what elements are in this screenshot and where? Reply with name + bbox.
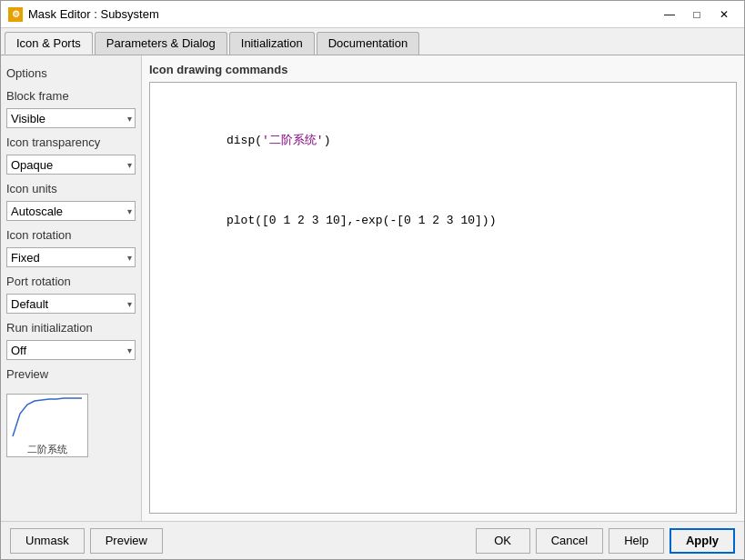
left-panel: Options Block frame Visible Invisible ▾ … xyxy=(1,55,142,521)
tab-bar: Icon & Ports Parameters & Dialog Initial… xyxy=(1,28,744,55)
icon-rotation-dropdown-wrapper: Fixed Rotates ▾ xyxy=(6,247,136,267)
main-window: ⚙ Mask Editor : Subsystem — □ ✕ Icon & P… xyxy=(0,0,745,560)
panel-title: Icon drawing commands xyxy=(149,63,737,76)
minimize-button[interactable]: — xyxy=(657,5,682,25)
bottom-right-buttons: OK Cancel Help Apply xyxy=(476,528,735,554)
window-controls: — □ ✕ xyxy=(657,5,737,25)
block-frame-dropdown-wrapper: Visible Invisible ▾ xyxy=(6,108,136,128)
icon-units-label: Icon units xyxy=(6,182,136,195)
port-rotation-label: Port rotation xyxy=(6,275,136,288)
tab-parameters-dialog[interactable]: Parameters & Dialog xyxy=(95,32,227,55)
port-rotation-dropdown[interactable]: Default Clockwise xyxy=(6,294,136,314)
preview-text-label: 二阶系统 xyxy=(27,443,67,456)
icon-transparency-dropdown[interactable]: Opaque Transparent xyxy=(6,155,136,175)
icon-rotation-dropdown[interactable]: Fixed Rotates xyxy=(6,247,136,267)
code-line-2: plot([0 1 2 3 10],-exp(-[0 1 2 3 10])) xyxy=(156,195,730,248)
run-initialization-label: Run initialization xyxy=(6,321,136,335)
run-initialization-dropdown[interactable]: Off On xyxy=(6,340,136,360)
window-title: Mask Editor : Subsystem xyxy=(28,7,657,21)
icon-rotation-label: Icon rotation xyxy=(6,228,136,242)
tab-documentation[interactable]: Documentation xyxy=(317,32,419,55)
window-icon: ⚙ xyxy=(8,7,23,22)
icon-transparency-label: Icon transparency xyxy=(6,135,136,149)
code-line-1: disp('二阶系统') xyxy=(156,114,730,167)
title-bar: ⚙ Mask Editor : Subsystem — □ ✕ xyxy=(1,1,744,28)
ok-button[interactable]: OK xyxy=(476,528,530,554)
maximize-button[interactable]: □ xyxy=(684,5,710,25)
preview-box: 二阶系统 xyxy=(6,394,88,457)
run-initialization-dropdown-wrapper: Off On ▾ xyxy=(6,340,136,360)
icon-units-dropdown-wrapper: Autoscale Normalized Pixels ▾ xyxy=(6,201,136,221)
preview-curve-svg xyxy=(11,395,84,441)
tab-initialization[interactable]: Initialization xyxy=(229,32,315,55)
preview-button[interactable]: Preview xyxy=(90,528,163,554)
apply-button[interactable]: Apply xyxy=(669,528,735,554)
preview-area: 二阶系统 xyxy=(6,394,136,514)
code-editor[interactable]: disp('二阶系统') plot([0 1 2 3 10],-exp(-[0 … xyxy=(149,82,737,514)
preview-label: Preview xyxy=(6,367,136,381)
cancel-button[interactable]: Cancel xyxy=(536,528,603,554)
bottom-left-buttons: Unmask Preview xyxy=(10,528,163,554)
tab-icon-ports[interactable]: Icon & Ports xyxy=(5,32,93,55)
options-label: Options xyxy=(6,66,136,80)
unmask-button[interactable]: Unmask xyxy=(10,528,85,554)
block-frame-label: Block frame xyxy=(6,89,136,103)
help-button[interactable]: Help xyxy=(609,528,664,554)
icon-units-dropdown[interactable]: Autoscale Normalized Pixels xyxy=(6,201,136,221)
icon-transparency-dropdown-wrapper: Opaque Transparent ▾ xyxy=(6,155,136,175)
block-frame-dropdown[interactable]: Visible Invisible xyxy=(6,108,136,128)
content-area: Options Block frame Visible Invisible ▾ … xyxy=(1,55,744,521)
right-panel: Icon drawing commands disp('二阶系统') plot(… xyxy=(142,55,744,521)
close-button[interactable]: ✕ xyxy=(711,5,737,25)
bottom-bar: Unmask Preview OK Cancel Help Apply xyxy=(1,521,744,559)
port-rotation-dropdown-wrapper: Default Clockwise ▾ xyxy=(6,294,136,314)
